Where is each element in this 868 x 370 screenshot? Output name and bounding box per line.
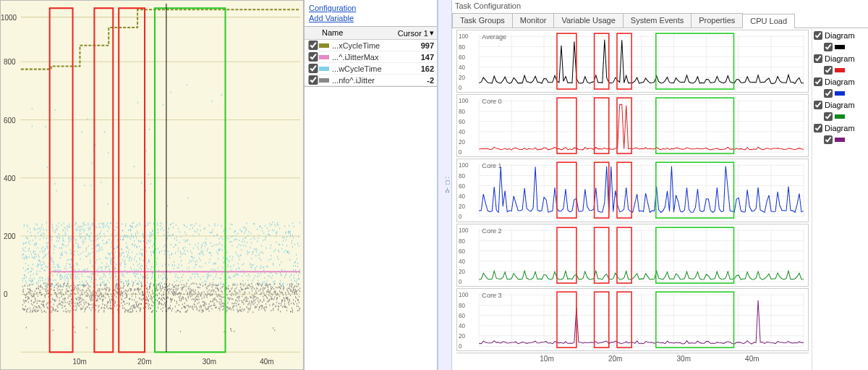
svg-rect-327: [68, 227, 69, 228]
svg-rect-2001: [106, 284, 106, 285]
svg-rect-1412: [271, 255, 271, 256]
svg-rect-761: [130, 229, 131, 230]
legend-item[interactable]: Diagram: [814, 77, 867, 86]
cpu-chart-core-0[interactable]: 020406080100Core 0: [456, 94, 809, 157]
svg-rect-2329: [165, 304, 166, 306]
variable-row[interactable]: ...xCycleTime997: [305, 40, 437, 51]
legend-item[interactable]: Diagram: [814, 101, 867, 109]
svg-rect-911: [152, 230, 153, 231]
variable-row[interactable]: ...wCycleTime162: [305, 63, 437, 75]
variable-row[interactable]: ...nfo^.iJitter-2: [305, 75, 437, 86]
scope-chart[interactable]: 0 200 400 600 800 1000: [0, 0, 304, 370]
var-enable-checkbox[interactable]: [307, 41, 319, 50]
link-configuration[interactable]: Configuration: [309, 4, 433, 12]
svg-rect-2623: [218, 294, 219, 295]
cpu-chart-core-1[interactable]: 020406080100Core 1: [456, 159, 809, 222]
svg-rect-1477: [286, 251, 287, 253]
svg-rect-601: [107, 279, 108, 281]
svg-rect-1478: [286, 245, 287, 246]
svg-rect-2818: [253, 300, 254, 301]
svg-rect-933: [156, 237, 156, 239]
col-cursor[interactable]: Cursor 1 ▾: [393, 27, 437, 39]
svg-rect-1586: [32, 311, 33, 313]
legend-item[interactable]: Diagram: [814, 31, 867, 40]
legend-checkbox[interactable]: [824, 43, 833, 51]
svg-rect-1227: [226, 282, 227, 284]
var-enable-checkbox[interactable]: [307, 64, 319, 73]
legend-checkbox[interactable]: [824, 135, 833, 144]
svg-rect-1854: [80, 298, 80, 299]
svg-rect-2800: [250, 303, 250, 305]
legend-checkbox[interactable]: [814, 77, 822, 86]
svg-rect-3056: [296, 286, 297, 287]
variable-row[interactable]: ...^.iJitterMax147: [305, 51, 437, 63]
legend-checkbox[interactable]: [824, 89, 833, 98]
legend-sub[interactable]: [814, 89, 867, 98]
legend-item[interactable]: Diagram: [814, 124, 867, 133]
svg-rect-3070: [299, 295, 299, 297]
var-enable-checkbox[interactable]: [307, 75, 319, 85]
svg-text:100: 100: [459, 292, 469, 298]
tab-bar: Task GroupsMonitorVariable UsageSystem E…: [452, 13, 868, 28]
svg-rect-3111: [656, 33, 734, 89]
svg-rect-695: [121, 262, 122, 264]
tab-variable-usage[interactable]: Variable Usage: [553, 13, 623, 28]
legend-sub[interactable]: [814, 135, 867, 144]
legend-checkbox[interactable]: [814, 31, 822, 40]
svg-rect-1572: [29, 288, 30, 290]
svg-rect-2865: [261, 308, 262, 309]
svg-rect-1063: [187, 251, 188, 252]
svg-rect-1450: [280, 280, 281, 282]
svg-rect-1038: [181, 236, 182, 237]
legend-checkbox[interactable]: [814, 101, 822, 109]
legend-sub[interactable]: [814, 66, 867, 75]
link-add-variable[interactable]: Add Variable: [309, 14, 433, 22]
svg-rect-1885: [85, 308, 85, 309]
svg-rect-3077: [299, 308, 300, 309]
svg-rect-2178: [138, 291, 139, 293]
svg-rect-2154: [134, 299, 135, 300]
tab-task-groups[interactable]: Task Groups: [452, 13, 513, 28]
svg-rect-61: [30, 240, 30, 242]
svg-rect-1476: [286, 239, 286, 240]
var-enable-checkbox[interactable]: [307, 52, 319, 62]
legend-sub[interactable]: [814, 43, 867, 51]
svg-rect-27: [25, 276, 25, 277]
svg-rect-2065: [117, 292, 118, 293]
svg-rect-1250: [231, 245, 232, 246]
cpu-chart-core-2[interactable]: 020406080100Core 2: [456, 224, 809, 287]
legend-checkbox[interactable]: [824, 112, 833, 121]
legend-checkbox[interactable]: [824, 66, 833, 75]
legend-sub[interactable]: [814, 112, 867, 121]
svg-rect-2012: [108, 301, 109, 303]
tab-cpu-load[interactable]: CPU Load: [742, 14, 795, 28]
divider[interactable]: :□ -c: [438, 0, 452, 370]
cpu-chart-core-3[interactable]: 020406080100Core 3: [456, 288, 809, 351]
legend-item[interactable]: Diagram: [814, 54, 867, 63]
legend-checkbox[interactable]: [814, 54, 822, 63]
legend-checkbox[interactable]: [814, 124, 822, 133]
svg-rect-1451: [280, 272, 281, 274]
svg-rect-442: [84, 229, 85, 230]
svg-rect-760: [130, 267, 131, 269]
svg-rect-1801: [70, 300, 71, 302]
svg-rect-2319: [163, 287, 164, 288]
svg-rect-1505: [293, 265, 294, 266]
svg-rect-984: [168, 235, 169, 236]
svg-rect-553: [101, 267, 101, 269]
tab-properties[interactable]: Properties: [691, 13, 743, 28]
svg-rect-2301: [160, 286, 161, 287]
svg-rect-2945: [276, 295, 276, 296]
svg-rect-1618: [38, 300, 38, 302]
svg-rect-2472: [191, 283, 192, 285]
svg-rect-1809: [72, 298, 72, 300]
tab-monitor[interactable]: Monitor: [512, 13, 555, 28]
svg-rect-652: [114, 256, 115, 258]
svg-rect-286: [62, 277, 63, 279]
svg-rect-2914: [271, 288, 271, 290]
svg-rect-2184: [139, 297, 140, 298]
svg-rect-867: [145, 246, 146, 248]
cpu-chart-average[interactable]: 020406080100Average: [456, 30, 809, 93]
ytick: 0: [4, 290, 8, 298]
tab-system-events[interactable]: System Events: [623, 13, 692, 28]
